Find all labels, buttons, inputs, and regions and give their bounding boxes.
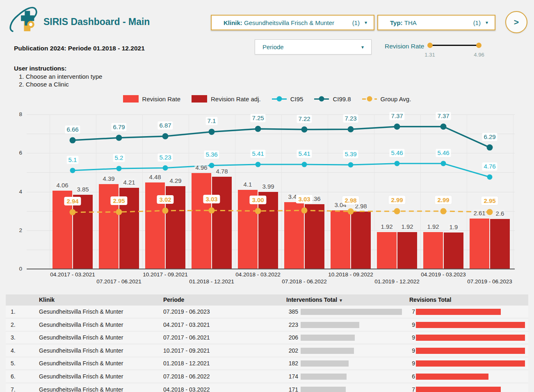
interventions-bar [301,360,349,367]
group-avg-value-label: 2.99 [435,196,452,204]
y-tick-label: 6 [11,150,22,156]
slider-handle-min[interactable] [427,43,433,48]
bar-value-label: 4.39 [102,175,115,182]
legend-item-ci95[interactable]: CI95 [272,96,304,103]
legend-label: Revision Rate [142,96,180,103]
periode-dropdown[interactable]: Periode ▾ [255,39,372,55]
chevron-down-icon: ▾ [361,44,364,50]
y-tick-label: 4 [11,189,22,195]
chart-plot: 4.064.394.484.964.13.463.041.921.922.613… [27,114,515,269]
revisions-bar [416,335,525,341]
ci-value-label: 7.23 [343,114,358,123]
x-category-label: 07.2019 - 06.2023 [467,278,512,285]
legend-item-group-avg[interactable]: Group Avg. [362,96,411,103]
ci-value-label: 7.37 [436,112,451,120]
column-header-periode[interactable]: Periode [163,296,184,303]
ci-value-label: 7.37 [389,112,404,120]
x-category-label: 10.2017 - 09.2021 [143,271,188,278]
revisions-bar [416,360,525,367]
legend-item-revision-rate-adj[interactable]: Revision Rate adj. [192,95,261,103]
publication-subtitle: Publication 2024: Periode 01.2018 - 12.2… [14,45,145,52]
ci-value-label: 5.2 [113,154,125,162]
ci-value-label: 4.76 [482,162,497,171]
revisions-bar [416,348,525,354]
x-category-label: 04.2019 - 03.2023 [421,271,466,278]
chevron-down-icon: ▾ [486,20,488,25]
group-avg-value-label: 3.03 [203,195,220,203]
legend-label: Revision Rate adj. [211,96,261,103]
group-avg-value-label: 2.94 [64,197,81,205]
y-tick-label: 0 [11,266,22,272]
row-rank: 1. [11,308,16,315]
column-header-interventions[interactable]: Interventions Total▾ [286,296,342,303]
group-avg-value-label: 3.00 [249,196,266,204]
row-interventions-value: 385 [272,308,298,315]
row-interventions-value: 174 [272,373,298,380]
row-interventions-value: 223 [272,321,298,328]
table-row[interactable]: 1.Gesundheitsvilla Frisch & Munter07.201… [6,306,528,318]
slider-handle-max[interactable] [476,43,482,48]
x-category-label: 01.2019 - 12.2022 [374,278,420,285]
column-header-revisions[interactable]: Revisions Total [409,296,451,303]
row-klinik: Gesundheitsvilla Frisch & Munter [39,334,123,341]
bar-value-label: 4.96 [194,164,208,171]
table-row[interactable]: 4.Gesundheitsvilla Frisch & Munter10.201… [6,345,528,357]
chevron-down-icon: ▾ [365,20,367,25]
slider-max-value: 4.96 [471,52,487,58]
bar-value-label: 3.85 [76,185,89,193]
page-title: SIRIS Dashboard - Main [43,16,150,27]
x-category-label: 04.2017 - 03.2021 [50,271,95,278]
legend-line-marker-teal [314,98,329,100]
group-avg-value-label: 2.99 [388,196,405,204]
typ-filter-dropdown[interactable]: Typ: THA (1) ▾ [377,15,495,30]
row-klinik: Gesundheitsvilla Frisch & Munter [39,321,123,328]
next-page-button[interactable]: > [505,11,527,33]
ci-value-label: 5.41 [250,150,265,158]
user-instruction-1: 1. Choose an intervention type [19,73,102,80]
row-periode: 07.2018 - 06.2022 [163,373,210,380]
revisions-bar [416,309,501,315]
typ-filter-text: Typ: THA [390,19,417,26]
bar-value-label: 4.1 [243,180,253,188]
interventions-bar [301,309,402,315]
table-row[interactable]: 3.Gesundheitsvilla Frisch & Munter07.201… [6,332,528,344]
periode-dropdown-label: Periode [262,43,284,50]
table-row[interactable]: 7.Gesundheitsvilla Frisch & Munter04.201… [6,384,528,392]
slider-min-value: 1.31 [422,52,438,58]
klinik-filter-dropdown[interactable]: Klinik: Gesundheitsvilla Frisch & Munter… [211,15,374,30]
ci-value-label: 5.23 [157,153,173,162]
ci-value-label: 6.66 [65,125,80,134]
siris-logo-icon [7,2,45,39]
row-periode: 01.2018 - 12.2021 [163,360,210,367]
revisions-bar [416,387,501,392]
table-row[interactable]: 2.Gesundheitsvilla Frisch & Munter04.201… [6,319,528,331]
ci-value-label: 7.1 [206,117,218,125]
row-revisions-value: 6 [395,373,415,380]
user-instructions-title: User instructions: [14,65,66,72]
row-periode: 07.2017 - 06.2021 [163,334,210,341]
interventions-bar [301,374,347,380]
table-row[interactable]: 6.Gesundheitsvilla Frisch & Munter07.201… [6,371,528,383]
ci-value-label: 5.46 [436,149,451,157]
bar-value-label: 1.9 [449,223,459,231]
table-row[interactable]: 5.Gesundheitsvilla Frisch & Munter01.201… [6,358,528,370]
column-header-klinik[interactable]: Klinik [39,296,55,303]
row-rank: 7. [11,386,16,392]
legend-line-marker-gold [362,98,377,100]
row-klinik: Gesundheitsvilla Frisch & Munter [39,347,123,354]
chart-lines [27,114,515,269]
row-rank: 5. [11,360,16,367]
bar-value-label: 4.78 [215,167,228,175]
bar-value-label: 2.6 [495,210,505,217]
row-periode: 10.2017 - 09.2021 [163,347,210,354]
legend-line-marker-cyan [272,98,287,100]
y-tick-label: 8 [11,111,22,117]
row-klinik: Gesundheitsvilla Frisch & Munter [39,360,123,367]
x-category-label: 07.2018 - 06.2022 [282,278,327,285]
group-avg-value-label: 2.95 [110,196,127,205]
revision-rate-slider-track[interactable] [430,45,479,46]
legend-item-ci998[interactable]: CI99.8 [314,96,351,103]
legend-item-revision-rate[interactable]: Revision Rate [123,95,180,103]
bar-value-label: 1.92 [380,223,393,230]
bar-value-label: 3.99 [261,182,275,190]
